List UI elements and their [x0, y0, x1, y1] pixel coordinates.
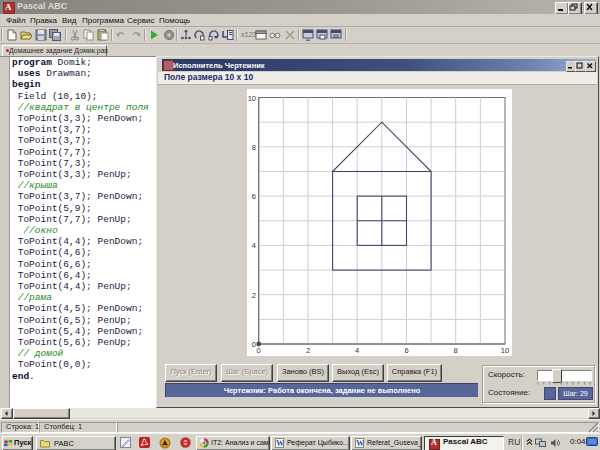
svg-text:10: 10 [501, 346, 509, 355]
svg-text:8: 8 [252, 143, 256, 152]
svg-text:10: 10 [248, 94, 256, 103]
svg-text:4: 4 [355, 346, 359, 355]
svg-text:W: W [356, 439, 364, 448]
svg-text:W: W [276, 439, 284, 448]
svg-text:6: 6 [252, 192, 256, 201]
svg-text:4: 4 [252, 241, 256, 250]
svg-text:6: 6 [404, 346, 408, 355]
svg-text:2: 2 [252, 291, 256, 300]
svg-text:2: 2 [306, 346, 310, 355]
svg-text:0: 0 [257, 346, 261, 355]
svg-text:8: 8 [454, 346, 458, 355]
svg-text:0: 0 [252, 340, 256, 349]
